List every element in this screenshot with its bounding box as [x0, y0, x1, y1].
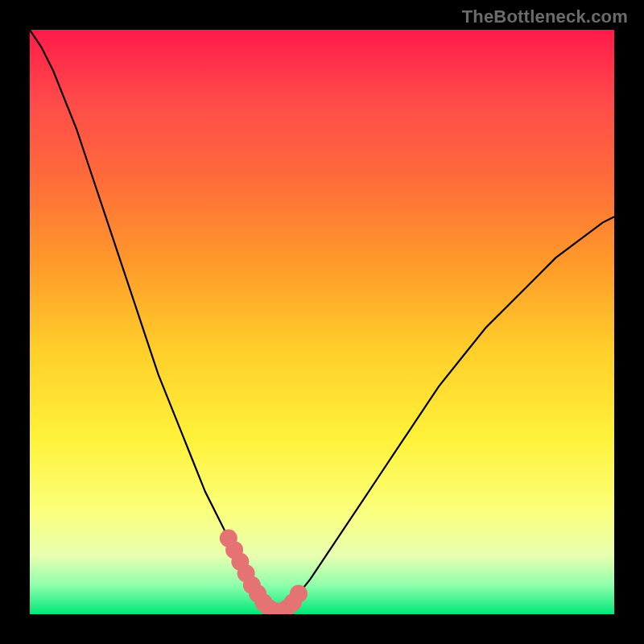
bottleneck-curve: [30, 30, 614, 611]
plot-area: [30, 30, 614, 614]
watermark-text: TheBottleneck.com: [462, 6, 628, 27]
highlight-markers: [220, 530, 308, 614]
highlight-dot: [290, 585, 308, 603]
chart-container: TheBottleneck.com: [0, 0, 644, 644]
curve-svg: [30, 30, 614, 614]
